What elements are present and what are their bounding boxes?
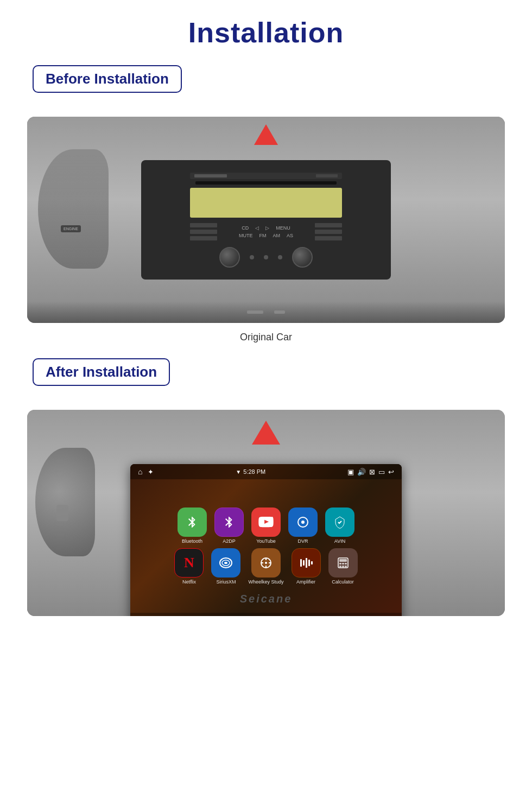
before-caption: Original Car xyxy=(240,332,292,343)
svg-point-1 xyxy=(301,521,305,524)
dvr-icon xyxy=(288,507,318,537)
radio-display xyxy=(190,188,342,218)
svg-point-6 xyxy=(265,562,267,564)
svg-point-4 xyxy=(224,562,227,564)
sound-icon: 🔊 xyxy=(357,468,366,476)
nav-icon-1[interactable]: ≡ xyxy=(162,616,167,617)
engine-badge: ENGINE xyxy=(61,225,81,232)
calculator-label: Calculator xyxy=(332,579,354,585)
app-youtube[interactable]: YouTube xyxy=(251,507,281,544)
app-avin[interactable]: AVIN xyxy=(325,507,354,544)
before-installation-badge: Before Installation xyxy=(33,65,182,93)
nav-icon-3[interactable]: ◈ xyxy=(258,616,263,617)
youtube-label: YouTube xyxy=(256,538,275,544)
before-badge-text: Before Installation xyxy=(46,71,169,87)
svg-rect-11 xyxy=(300,559,302,567)
svg-rect-19 xyxy=(342,563,344,564)
svg-rect-17 xyxy=(339,559,347,562)
app-row-1: Bluetooth A2DP xyxy=(178,507,354,544)
svg-rect-21 xyxy=(339,566,341,567)
nav-icon-4[interactable]: ❖ xyxy=(306,616,313,617)
app-amplifier[interactable]: Amplifier xyxy=(292,548,321,585)
svg-rect-20 xyxy=(345,563,347,564)
avin-icon xyxy=(325,507,354,537)
calculator-icon xyxy=(328,548,358,578)
svg-rect-18 xyxy=(339,563,341,564)
status-bar: ⌂ ✦ ▼ 5:28 PM ▣ 🔊 ⊠ ▭ ↩ xyxy=(130,464,402,479)
svg-rect-15 xyxy=(311,561,313,564)
siriusxm-label: SiriusXM xyxy=(216,579,236,585)
status-time: ▼ 5:28 PM xyxy=(236,468,265,475)
app-netflix[interactable]: N Netflix xyxy=(174,548,204,585)
amplifier-icon xyxy=(292,548,321,578)
dvr-label: DVR xyxy=(297,538,308,544)
netflix-icon: N xyxy=(174,548,204,578)
app-bluetooth[interactable]: Bluetooth xyxy=(178,507,207,544)
wifi-icon: ✦ xyxy=(148,468,154,476)
battery-icon: ▭ xyxy=(378,468,385,476)
wheelkey-icon xyxy=(251,548,281,578)
app-wheelkey[interactable]: Wheelkey Study xyxy=(248,548,283,585)
svg-rect-14 xyxy=(308,560,310,566)
app-row-2: N Netflix xyxy=(174,548,357,585)
nav-icon-5[interactable]: RST xyxy=(356,616,370,617)
app-a2dp[interactable]: A2DP xyxy=(214,507,244,544)
status-icons: ▣ 🔊 ⊠ ▭ ↩ xyxy=(347,468,394,476)
nav-icon-2[interactable]: ✦ xyxy=(210,616,216,617)
camera-icon: ▣ xyxy=(347,468,354,476)
wheelkey-label: Wheelkey Study xyxy=(248,579,283,585)
bluetooth-icon xyxy=(178,507,207,537)
home-icon: ⌂ xyxy=(138,467,142,476)
app-siriusxm[interactable]: SiriusXM xyxy=(211,548,240,585)
page-title: Installation xyxy=(188,16,344,49)
ignition-key xyxy=(56,505,68,521)
signal-icon: ⊠ xyxy=(369,468,375,476)
bluetooth-label: Bluetooth xyxy=(182,538,202,544)
bottom-nav-bar: ≡ ✦ ◈ ❖ RST xyxy=(130,613,402,616)
after-installation-badge: After Installation xyxy=(33,358,170,386)
after-installation-image: ⌂ ✦ ▼ 5:28 PM ▣ 🔊 ⊠ ▭ ↩ xyxy=(27,410,505,616)
old-radio-unit: CD ◁ ▷ MENU MUTE FM AM AS xyxy=(141,160,391,280)
svg-rect-12 xyxy=(303,560,305,566)
siriusxm-icon xyxy=(211,548,240,578)
steering-wheel-before xyxy=(38,149,109,269)
radio-knob-left xyxy=(219,247,240,268)
a2dp-label: A2DP xyxy=(223,538,236,544)
netflix-label: Netflix xyxy=(182,579,196,585)
a2dp-icon xyxy=(214,507,244,537)
app-dvr[interactable]: DVR xyxy=(288,507,318,544)
svg-rect-13 xyxy=(306,558,307,568)
steering-wheel-after xyxy=(35,448,95,556)
hazard-triangle-after xyxy=(252,421,280,445)
svg-rect-22 xyxy=(342,566,344,567)
amplifier-label: Amplifier xyxy=(296,579,315,585)
youtube-icon xyxy=(251,507,281,537)
avin-label: AVIN xyxy=(334,538,345,544)
hazard-triangle-before xyxy=(254,124,278,145)
before-installation-image: ENGINE xyxy=(27,117,505,323)
back-icon: ↩ xyxy=(388,468,394,476)
radio-knob-right xyxy=(292,247,313,268)
after-badge-text: After Installation xyxy=(46,364,157,380)
svg-rect-23 xyxy=(345,566,347,567)
brand-name: Seicane xyxy=(240,593,293,605)
app-calculator[interactable]: Calculator xyxy=(328,548,358,585)
